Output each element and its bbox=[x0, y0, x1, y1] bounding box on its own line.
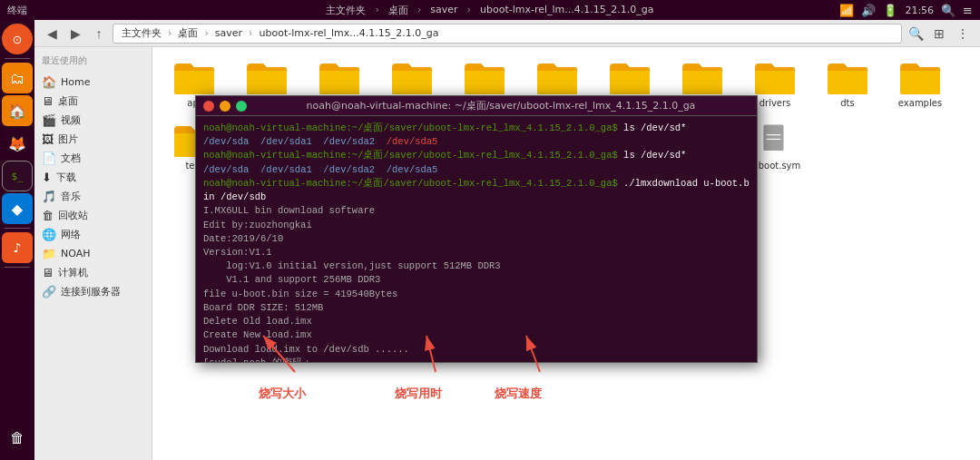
back-button[interactable]: ◀ bbox=[42, 24, 62, 44]
path-saver-segment[interactable]: saver bbox=[212, 26, 245, 40]
sidebar-item-music[interactable]: 🎵 音乐 bbox=[34, 187, 152, 206]
clock: 21:56 bbox=[905, 5, 934, 16]
search-button[interactable]: 🔍 bbox=[906, 24, 926, 44]
sidebar-item-video[interactable]: 🎬 视频 bbox=[34, 111, 152, 130]
desktop-sidebar-label: 桌面 bbox=[58, 94, 78, 108]
file-item-examples[interactable]: examples bbox=[887, 56, 953, 112]
sidebar-item-trash[interactable]: 🗑 回收站 bbox=[34, 206, 152, 225]
connect-sidebar-label: 连接到服务器 bbox=[61, 285, 121, 299]
search-icon[interactable]: 🔍 bbox=[941, 4, 956, 17]
trash-sidebar-icon: 🗑 bbox=[42, 209, 54, 222]
desktop-sidebar-icon: 🖥 bbox=[42, 94, 54, 108]
sidebar-item-docs[interactable]: 📄 文档 bbox=[34, 149, 152, 168]
files-icon: 🗂 bbox=[10, 70, 24, 87]
terminal-body[interactable]: noah@noah-virtual-machine:~/桌面/saver/ubo… bbox=[196, 116, 757, 362]
sidebar-item-desktop[interactable]: 🖥 桌面 bbox=[34, 92, 152, 111]
fm-sidebar-panel: 最近使用的 🏠 Home 🖥 桌面 🎬 视频 🖼 图片 bbox=[34, 47, 152, 460]
launcher-ubuntu[interactable]: ⊙ bbox=[2, 24, 33, 54]
path-home-segment[interactable]: 主文件夹 bbox=[119, 25, 164, 41]
term-line-13: Board DDR SIZE: 512MB bbox=[203, 301, 750, 315]
terminal-close-button[interactable] bbox=[203, 101, 214, 112]
sidebar-item-downloads[interactable]: ⬇ 下载 bbox=[34, 168, 152, 187]
folder-disk-icon bbox=[608, 60, 652, 96]
term-line-14: Delete Old load.imx bbox=[203, 315, 750, 328]
terminal-icon: $_ bbox=[11, 171, 23, 182]
folder-arch-icon bbox=[245, 60, 289, 96]
launcher-music[interactable]: ♪ bbox=[2, 232, 33, 263]
sidebar-item-noah[interactable]: 📁 NOAH bbox=[34, 244, 152, 263]
terminal-minimize-button[interactable] bbox=[220, 101, 230, 112]
launcher-firefox[interactable]: 🦊 bbox=[2, 128, 33, 159]
folder-cmd-icon bbox=[390, 60, 434, 96]
path-sep-3: › bbox=[249, 27, 252, 39]
term-line-11: V1.1 and support 256MB DDR3 bbox=[203, 273, 750, 287]
sidebar-item-network[interactable]: 🌐 网络 bbox=[34, 225, 152, 244]
path-sep3: › bbox=[467, 4, 471, 17]
menu-icon[interactable]: ≡ bbox=[963, 4, 973, 17]
term-line-12: file u-boot.bin size = 419540Bytes bbox=[203, 288, 750, 301]
launcher-vscode[interactable]: ◆ bbox=[2, 193, 33, 224]
trash-sidebar-label: 回收站 bbox=[58, 209, 88, 222]
folder-configs-icon bbox=[535, 60, 579, 96]
forward-button[interactable]: ▶ bbox=[65, 24, 85, 44]
folder-examples-icon bbox=[898, 60, 942, 96]
terminal-maximize-button[interactable] bbox=[236, 101, 247, 112]
sidebar-item-connect[interactable]: 🔗 连接到服务器 bbox=[34, 282, 152, 301]
taskbar-left: 终端 bbox=[7, 4, 27, 17]
path-desktop[interactable]: 桌面 bbox=[388, 4, 408, 17]
folder-common-icon bbox=[463, 60, 506, 96]
home-sidebar-label: Home bbox=[61, 76, 90, 88]
term-line-5: noah@noah-virtual-machine:~/桌面/saver/ubo… bbox=[203, 177, 750, 204]
music-sidebar-label: 音乐 bbox=[61, 190, 81, 203]
term-line-15: Create New load.imx bbox=[203, 328, 750, 342]
video-sidebar-icon: 🎬 bbox=[42, 113, 56, 127]
term-line-17: [sudo] noah 的密码： bbox=[203, 357, 750, 362]
file-item-dts[interactable]: dts bbox=[815, 56, 880, 112]
home-icon: 🏠 bbox=[8, 103, 26, 120]
term-line-7: Edit by:zuozhongkai bbox=[203, 219, 750, 232]
path-uboot-segment[interactable]: uboot-lmx-rel_lmx...4.1.15_2.1.0_ga bbox=[257, 26, 442, 40]
folder-board-icon bbox=[318, 60, 361, 96]
svg-rect-23 bbox=[763, 125, 783, 152]
launcher-sep3 bbox=[5, 267, 30, 268]
term-line-3: noah@noah-virtual-machine:~/桌面/saver/ubo… bbox=[203, 149, 750, 162]
view-toggle[interactable]: ⊞ bbox=[929, 24, 949, 44]
noah-sidebar-label: NOAH bbox=[61, 248, 91, 259]
path-sep1: › bbox=[375, 4, 378, 17]
path-sep2: › bbox=[417, 4, 421, 17]
vscode-icon: ◆ bbox=[12, 201, 23, 218]
pictures-sidebar-label: 图片 bbox=[58, 132, 78, 146]
file-drivers-label: drivers bbox=[760, 98, 791, 108]
downloads-sidebar-icon: ⬇ bbox=[42, 171, 52, 184]
path-home[interactable]: 主文件夹 bbox=[326, 4, 366, 17]
terminal-title-text: noah@noah-virtual-machine: ~/桌面/saver/ub… bbox=[252, 99, 750, 113]
firefox-icon: 🦊 bbox=[8, 135, 26, 152]
path-desktop-segment[interactable]: 桌面 bbox=[175, 25, 201, 41]
launcher-trash[interactable]: 🗑 bbox=[2, 422, 33, 453]
pictures-sidebar-icon: 🖼 bbox=[42, 132, 54, 146]
path-sep-2: › bbox=[204, 27, 208, 39]
sidebar-item-pictures[interactable]: 🖼 图片 bbox=[34, 130, 152, 149]
launcher-sep1 bbox=[5, 58, 30, 59]
more-options[interactable]: ⋮ bbox=[953, 24, 973, 44]
network-icon: 📶 bbox=[839, 4, 854, 17]
computer-sidebar-label: 计算机 bbox=[58, 266, 88, 279]
music-icon: ♪ bbox=[14, 240, 22, 255]
ubuntu-logo: ⊙ bbox=[7, 29, 27, 49]
sidebar-item-home[interactable]: 🏠 Home bbox=[34, 73, 152, 92]
folder-doc-icon bbox=[681, 60, 724, 96]
launcher-files[interactable]: 🗂 bbox=[2, 63, 33, 93]
file-dts-label: dts bbox=[840, 98, 854, 108]
path-saver[interactable]: saver bbox=[430, 4, 457, 17]
up-button[interactable]: ↑ bbox=[89, 24, 109, 44]
sidebar-item-computer[interactable]: 🖥 计算机 bbox=[34, 263, 152, 282]
launcher-sep2 bbox=[5, 228, 30, 229]
launcher-home[interactable]: 🏠 bbox=[2, 95, 33, 126]
music-sidebar-icon: 🎵 bbox=[42, 190, 56, 203]
video-sidebar-label: 视频 bbox=[61, 113, 81, 127]
home-sidebar-icon: 🏠 bbox=[42, 75, 56, 89]
speaker-icon: 🔊 bbox=[861, 4, 876, 17]
path-uboot[interactable]: uboot-lmx-rel_lm...4.1.15_2.1.0_ga bbox=[480, 4, 654, 17]
launcher-terminal[interactable]: $_ bbox=[2, 161, 33, 191]
trash-icon: 🗑 bbox=[10, 429, 24, 446]
